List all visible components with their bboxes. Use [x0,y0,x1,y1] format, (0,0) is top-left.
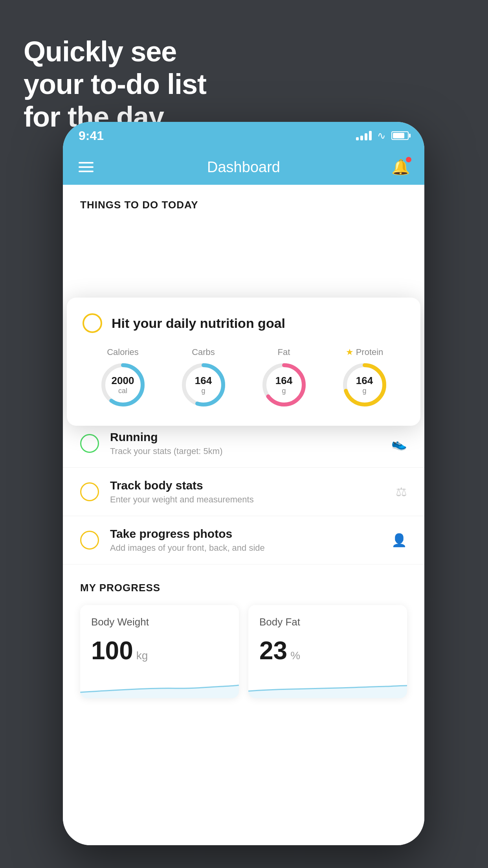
fat-label: Fat [278,347,290,357]
calories-label: Calories [107,347,139,357]
fat-donut: 164 g [261,361,308,408]
nutrition-row: Calories 2000 cal [83,347,405,408]
progress-section: MY PROGRESS Body Weight 100 kg [63,565,424,698]
headline: Quickly see your to-do list for the day. [24,35,206,133]
progress-grid: Body Weight 100 kg Body Fat [80,605,407,698]
running-subtitle: Track your stats (target: 5km) [110,446,380,456]
app-header: Dashboard 🔔 [63,149,424,185]
app-title: Dashboard [207,159,280,176]
body-weight-value-row: 100 kg [91,636,228,665]
running-text: Running Track your stats (target: 5km) [110,430,380,456]
headline-line1: Quickly see [24,35,206,68]
menu-button[interactable] [79,162,94,172]
wifi-icon: ∿ [377,130,386,142]
protein-value: 164 [356,375,373,387]
battery-icon [391,131,409,140]
calories-value: 2000 [112,375,134,387]
carbs-donut: 164 g [180,361,227,408]
body-fat-unit: % [290,649,300,662]
nutrition-card-title: Hit your daily nutrition goal [112,316,285,331]
notifications-button[interactable]: 🔔 [391,157,410,177]
signal-icon [356,131,372,140]
photos-checkbox[interactable] [80,531,99,550]
carbs-label: Carbs [192,347,215,357]
progress-section-label: MY PROGRESS [80,582,407,594]
body-weight-chart [80,675,239,698]
fat-value: 164 [275,375,292,387]
calories-donut: 2000 cal [99,361,147,408]
photos-subtitle: Add images of your front, back, and side [110,543,380,553]
protein-unit: g [356,387,373,395]
nutrition-fat: Fat 164 g [261,347,308,408]
things-section-label: THINGS TO DO TODAY [80,199,407,211]
body-weight-card[interactable]: Body Weight 100 kg [80,605,239,698]
body-stats-checkbox[interactable] [80,482,99,501]
phone-shell: 9:41 ∿ Dashboard 🔔 THINGS TO DO TODAY [63,122,424,845]
nutrition-carbs: Carbs 164 g [180,347,227,408]
body-fat-title: Body Fat [259,616,396,628]
fat-unit: g [275,387,292,395]
notification-dot [406,157,411,162]
protein-label: ★ Protein [346,347,383,357]
todo-list: Running Track your stats (target: 5km) 👟… [63,419,424,565]
status-bar: 9:41 ∿ [63,122,424,149]
photos-text: Take progress photos Add images of your … [110,527,380,553]
photos-title: Take progress photos [110,527,380,541]
body-stats-text: Track body stats Enter your weight and m… [110,479,385,505]
status-icons: ∿ [356,130,409,142]
body-weight-title: Body Weight [91,616,228,628]
body-fat-chart [248,675,407,698]
nutrition-protein: ★ Protein 164 g [341,347,388,408]
carbs-value: 164 [195,375,212,387]
body-stats-title: Track body stats [110,479,385,492]
body-fat-card[interactable]: Body Fat 23 % [248,605,407,698]
running-title: Running [110,430,380,444]
body-weight-unit: kg [136,649,148,662]
nutrition-card: Hit your daily nutrition goal Calories [67,298,420,426]
body-stats-subtitle: Enter your weight and measurements [110,495,385,505]
todo-item-body-stats[interactable]: Track body stats Enter your weight and m… [63,468,424,516]
protein-donut: 164 g [341,361,388,408]
body-weight-value: 100 [91,636,133,665]
status-time: 9:41 [79,129,104,143]
scale-icon: ⚖ [396,484,407,499]
todo-item-running[interactable]: Running Track your stats (target: 5km) 👟 [63,419,424,468]
todo-item-photos[interactable]: Take progress photos Add images of your … [63,516,424,565]
running-checkbox[interactable] [80,434,99,453]
calories-unit: cal [112,387,134,395]
headline-line2: your to-do list [24,68,206,101]
body-fat-value: 23 [259,636,287,665]
nutrition-calories: Calories 2000 cal [99,347,147,408]
nutrition-checkbox[interactable] [83,313,102,333]
body-fat-value-row: 23 % [259,636,396,665]
running-icon: 👟 [391,436,407,451]
person-icon: 👤 [391,533,407,548]
carbs-unit: g [195,387,212,395]
star-icon: ★ [346,347,354,357]
nutrition-card-header: Hit your daily nutrition goal [83,313,405,333]
things-section: THINGS TO DO TODAY [63,185,424,211]
phone-content: THINGS TO DO TODAY Hit your daily nutrit… [63,185,424,845]
